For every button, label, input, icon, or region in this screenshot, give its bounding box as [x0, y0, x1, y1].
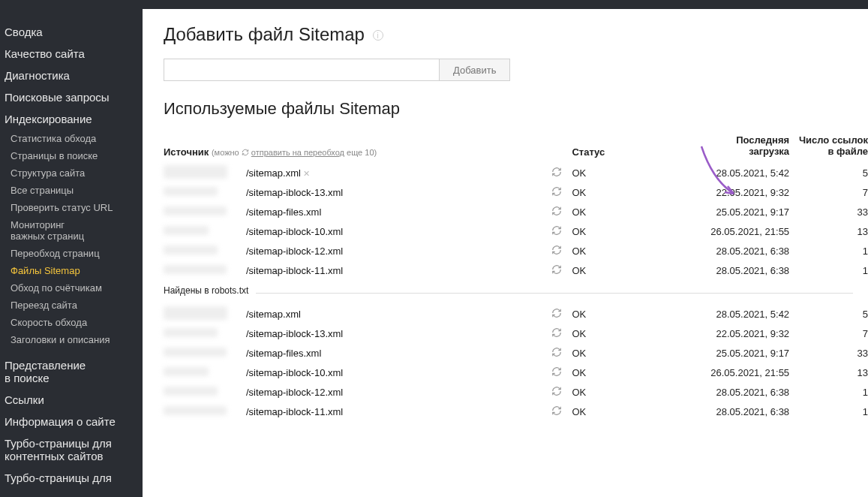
sidebar-item-presentation-l2: в поиске: [5, 372, 50, 384]
sidebar-item-sitemap-files[interactable]: Файлы Sitemap: [5, 262, 143, 279]
row-links: 7: [789, 328, 868, 339]
row-path[interactable]: /sitemap-files.xml: [246, 348, 542, 359]
table-row: /sitemap-files.xmlOK25.05.2021, 9:1733: [164, 203, 868, 222]
row-status: OK: [572, 367, 662, 378]
sidebar-item-monitoring[interactable]: Мониторинг важных страниц: [5, 216, 143, 245]
sidebar-item-monitoring-l2: важных страниц: [11, 230, 84, 242]
hint-link[interactable]: отправить на переобход: [251, 148, 344, 157]
row-path[interactable]: /sitemap-files.xml: [246, 206, 542, 218]
sidebar-item-presentation[interactable]: Представление в поиске: [5, 354, 143, 389]
hint-suffix: еще 10): [344, 148, 377, 157]
row-path[interactable]: /sitemap.xml✕: [246, 167, 542, 179]
sidebar-item-queries[interactable]: Поисковые запросы: [5, 86, 143, 108]
row-path[interactable]: /sitemap-iblock-10.xml: [246, 226, 542, 237]
row-path[interactable]: /sitemap-iblock-13.xml: [246, 187, 542, 198]
row-links: 5: [789, 309, 868, 320]
row-links: 5: [789, 167, 868, 179]
sidebar-item-site-structure[interactable]: Структура сайта: [5, 164, 143, 182]
reload-icon[interactable]: [542, 167, 572, 179]
header-last-load-l2: загрузка: [749, 146, 789, 157]
sidebar-item-titles-desc[interactable]: Заголовки и описания: [5, 331, 143, 348]
row-status: OK: [572, 309, 662, 320]
section-separator-robots: Найдены в robots.txt: [164, 283, 868, 303]
sidebar-item-indexing[interactable]: Индексирование: [5, 108, 143, 130]
row-date: 22.05.2021, 9:32: [662, 187, 789, 198]
sidebar-item-turbo-other[interactable]: Турбо-страницы для: [5, 467, 143, 489]
reload-icon[interactable]: [542, 386, 572, 399]
sidebar: Сводка Качество сайта Диагностика Поиско…: [0, 0, 143, 497]
table-row: /sitemap-iblock-12.xmlOK28.05.2021, 6:38…: [164, 383, 868, 402]
sidebar-item-recrawl-pages[interactable]: Переобход страниц: [5, 245, 143, 262]
row-domain: [164, 328, 246, 339]
row-domain: [164, 348, 246, 359]
row-path[interactable]: /sitemap-iblock-12.xml: [246, 387, 542, 398]
row-status: OK: [572, 167, 662, 179]
sidebar-item-links[interactable]: Ссылки: [5, 389, 143, 411]
table-row: /sitemap.xmlOK28.05.2021, 5:425: [164, 305, 868, 324]
row-date: 28.05.2021, 5:42: [662, 167, 789, 179]
row-path[interactable]: /sitemap-iblock-12.xml: [246, 245, 542, 257]
table-row: /sitemap-iblock-11.xmlOK28.05.2021, 6:38…: [164, 261, 868, 281]
row-domain: [164, 245, 246, 257]
page-title: Добавить файл Sitemap i: [164, 24, 868, 45]
header-source-label: Источник: [164, 146, 209, 158]
row-path[interactable]: /sitemap-iblock-13.xml: [246, 328, 542, 339]
row-date: 28.05.2021, 6:38: [662, 387, 789, 398]
row-status: OK: [572, 406, 662, 417]
reload-icon[interactable]: [542, 308, 572, 321]
sidebar-item-all-pages[interactable]: Все страницы: [5, 182, 143, 199]
sidebar-item-turbo-content[interactable]: Турбо-страницы для контентных сайтов: [5, 432, 143, 467]
info-icon[interactable]: i: [373, 30, 383, 41]
row-links: 1: [789, 265, 868, 276]
row-path[interactable]: /sitemap-iblock-11.xml: [246, 265, 542, 276]
row-date: 28.05.2021, 6:38: [662, 406, 789, 417]
row-links: 13: [789, 367, 868, 378]
used-sitemaps-title: Используемые файлы Sitemap: [164, 99, 868, 119]
row-status: OK: [572, 328, 662, 339]
row-path[interactable]: /sitemap.xml: [246, 309, 542, 320]
sidebar-item-crawl-speed[interactable]: Скорость обхода: [5, 314, 143, 331]
reload-icon[interactable]: [542, 245, 572, 258]
header-status: Статус: [572, 146, 662, 158]
row-path[interactable]: /sitemap-iblock-10.xml: [246, 367, 542, 378]
row-domain: [164, 367, 246, 378]
row-links: 1: [789, 387, 868, 398]
row-status: OK: [572, 187, 662, 198]
reload-icon[interactable]: [542, 347, 572, 360]
row-date: 26.05.2021, 21:55: [662, 367, 789, 378]
row-path[interactable]: /sitemap-iblock-11.xml: [246, 406, 542, 417]
sidebar-item-pages-in-search[interactable]: Страницы в поиске: [5, 147, 143, 164]
row-status: OK: [572, 245, 662, 257]
row-links: 7: [789, 187, 868, 198]
sidebar-item-summary[interactable]: Сводка: [5, 21, 143, 43]
row-date: 26.05.2021, 21:55: [662, 226, 789, 237]
sidebar-item-quality[interactable]: Качество сайта: [5, 43, 143, 65]
row-domain: [164, 387, 246, 398]
reload-icon[interactable]: [542, 327, 572, 340]
sidebar-item-site-move[interactable]: Переезд сайта: [5, 297, 143, 314]
remove-icon[interactable]: ✕: [303, 169, 310, 178]
reload-icon[interactable]: [542, 405, 572, 418]
sitemap-url-input[interactable]: [164, 59, 440, 81]
sidebar-item-check-url[interactable]: Проверить статус URL: [5, 199, 143, 216]
reload-icon[interactable]: [542, 206, 572, 218]
table-header: Источник (можно отправить на переобход е…: [164, 135, 868, 164]
row-links: 33: [789, 348, 868, 359]
hint-prefix: (можно: [212, 148, 242, 157]
sidebar-item-turbo-other-l1: Турбо-страницы для: [5, 471, 112, 484]
reload-icon[interactable]: [542, 366, 572, 379]
sidebar-item-counter-crawl[interactable]: Обход по счётчикам: [5, 279, 143, 297]
sidebar-item-crawl-stats[interactable]: Статистика обхода: [5, 130, 143, 147]
row-links: 1: [789, 406, 868, 417]
row-date: 28.05.2021, 6:38: [662, 265, 789, 276]
reload-icon[interactable]: [542, 225, 572, 238]
add-button[interactable]: Добавить: [440, 59, 510, 81]
page-title-text: Добавить файл Sitemap: [164, 24, 365, 44]
reload-icon[interactable]: [542, 186, 572, 199]
reload-icon[interactable]: [542, 264, 572, 277]
rows-primary: /sitemap.xml✕OK28.05.2021, 5:425/sitemap…: [164, 164, 868, 281]
sidebar-item-diagnostics[interactable]: Диагностика: [5, 65, 143, 86]
row-domain: [164, 406, 246, 417]
refresh-icon: [242, 149, 249, 156]
sidebar-item-site-info[interactable]: Информация о сайте: [5, 411, 143, 432]
